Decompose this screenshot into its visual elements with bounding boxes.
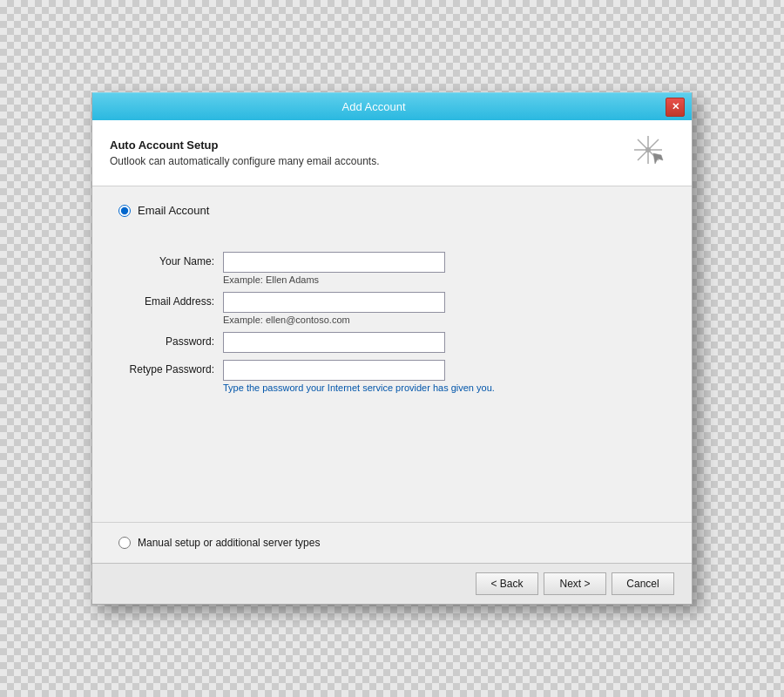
email-address-group: Example: ellen@contoso.com bbox=[223, 292, 445, 325]
manual-setup-radio[interactable] bbox=[118, 537, 131, 549]
your-name-input[interactable] bbox=[223, 252, 445, 273]
svg-point-4 bbox=[645, 147, 651, 152]
back-button[interactable]: < Back bbox=[476, 572, 538, 595]
header-title: Auto Account Setup bbox=[110, 139, 380, 152]
close-button[interactable]: ✕ bbox=[666, 98, 685, 117]
dialog-container: Add Account ✕ Auto Account Setup Outlook… bbox=[91, 92, 693, 605]
svg-marker-5 bbox=[653, 153, 663, 164]
password-group bbox=[223, 332, 445, 353]
your-name-label: Your Name: bbox=[118, 252, 223, 267]
manual-setup-label[interactable]: Manual setup or additional server types bbox=[138, 537, 320, 549]
email-account-radio[interactable] bbox=[118, 205, 131, 217]
password-row: Password: bbox=[118, 332, 666, 353]
retype-password-group: Type the password your Internet service … bbox=[223, 360, 495, 393]
retype-password-label: Retype Password: bbox=[118, 360, 223, 376]
spacer bbox=[118, 417, 666, 504]
content-area: Email Account Your Name: Example: Ellen … bbox=[92, 186, 692, 522]
your-name-group: Example: Ellen Adams bbox=[223, 252, 445, 285]
dialog-window: Add Account ✕ Auto Account Setup Outlook… bbox=[91, 92, 693, 605]
your-name-hint: Example: Ellen Adams bbox=[223, 274, 445, 285]
next-button[interactable]: Next > bbox=[544, 572, 606, 595]
email-address-input[interactable] bbox=[223, 292, 445, 313]
email-account-option[interactable]: Email Account bbox=[118, 204, 666, 217]
retype-password-input[interactable] bbox=[223, 360, 445, 381]
cancel-button[interactable]: Cancel bbox=[612, 572, 674, 595]
email-address-row: Email Address: Example: ellen@contoso.co… bbox=[118, 292, 666, 325]
email-address-hint: Example: ellen@contoso.com bbox=[223, 315, 445, 325]
form-area: Your Name: Example: Ellen Adams Email Ad… bbox=[118, 243, 666, 417]
title-bar: Add Account ✕ bbox=[92, 92, 692, 120]
header-text: Auto Account Setup Outlook can automatic… bbox=[110, 139, 380, 167]
password-hint: Type the password your Internet service … bbox=[223, 382, 495, 393]
header-section: Auto Account Setup Outlook can automatic… bbox=[92, 120, 692, 186]
email-address-label: Email Address: bbox=[118, 292, 223, 308]
retype-password-row: Retype Password: Type the password your … bbox=[118, 360, 666, 393]
auto-setup-icon bbox=[631, 132, 666, 173]
email-account-label[interactable]: Email Account bbox=[138, 204, 209, 217]
header-subtitle: Outlook can automatically configure many… bbox=[110, 155, 380, 167]
button-bar: < Back Next > Cancel bbox=[92, 563, 692, 604]
your-name-row: Your Name: Example: Ellen Adams bbox=[118, 252, 666, 285]
manual-setup-section[interactable]: Manual setup or additional server types bbox=[92, 522, 692, 563]
password-label: Password: bbox=[118, 332, 223, 348]
password-input[interactable] bbox=[223, 332, 445, 353]
dialog-title: Add Account bbox=[99, 100, 648, 113]
